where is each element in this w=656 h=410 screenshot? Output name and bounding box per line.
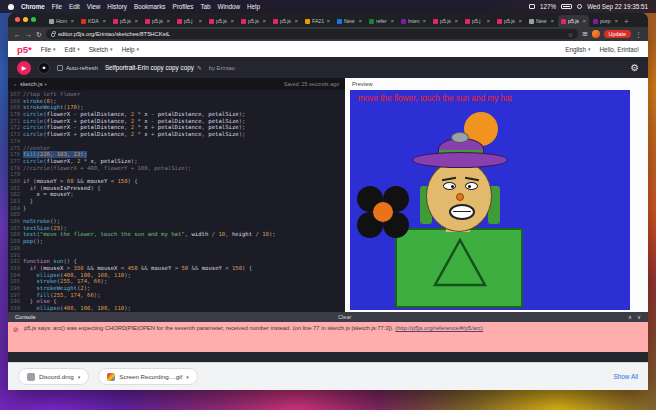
chevron-down-icon[interactable]: ∨ (637, 314, 641, 320)
browser-tab[interactable]: p5.js× (142, 15, 173, 27)
tab-close-icon[interactable]: × (262, 18, 266, 24)
code-line[interactable]: 176fill(226, 103, 23); (8, 151, 345, 158)
menu-edit[interactable]: Edit ▾ (64, 46, 79, 53)
code-line[interactable]: 173circle(flowerX + petalDistance, 2 * x… (8, 131, 345, 138)
tab-close-icon[interactable]: × (518, 18, 522, 24)
code-line[interactable]: 194 ellipse(400, 100, 100, 110); (8, 272, 345, 279)
code-line[interactable]: 180if (mouseY > 60 && mouseY < 150) { (8, 178, 345, 185)
error-reference-link[interactable]: (http://p5js.org/reference/#/p5/arc) (395, 325, 483, 331)
code-line[interactable]: 183 } (8, 198, 345, 205)
browser-tab[interactable]: p5.js× (558, 15, 589, 27)
new-tab-button[interactable]: + (624, 17, 629, 26)
close-window-button[interactable] (15, 17, 20, 22)
code-line[interactable]: 188text("move the flower, touch the sun … (8, 231, 345, 238)
back-icon[interactable]: ← (14, 31, 21, 38)
code-line[interactable]: 172circle(flowerX - petalDistance, 2 * x… (8, 124, 345, 131)
sketch-canvas[interactable]: move the flower, touch the sun and my ha… (350, 90, 630, 310)
browser-tab[interactable]: p5.js× (206, 15, 237, 27)
chevron-down-icon[interactable]: ▾ (186, 374, 189, 380)
menubar-item-file[interactable]: File (52, 3, 62, 10)
tab-close-icon[interactable]: × (102, 18, 106, 24)
bookmark-star-icon[interactable]: ☆ (568, 31, 573, 38)
browser-tab[interactable]: p5.js× (110, 15, 141, 27)
file-tab-sketchjs[interactable]: sketch.js ▾ (20, 81, 47, 87)
download-item-discord[interactable]: Discord.dmg ▾ (18, 368, 89, 385)
tab-close-icon[interactable]: × (550, 18, 554, 24)
console-clear-button[interactable]: Clear (338, 314, 351, 320)
browser-tab[interactable]: p5.j× (462, 15, 493, 27)
tab-close-icon[interactable]: × (390, 18, 394, 24)
code-line[interactable]: 193 if (mouseX > 350 && mouseX < 450 && … (8, 265, 345, 272)
browser-tab[interactable]: p5.js× (494, 15, 525, 27)
sidebar-collapse-icon[interactable]: › (14, 81, 16, 87)
code-line[interactable]: 169strokeWeight(170); (8, 104, 345, 111)
browser-tab[interactable]: p5.js× (430, 15, 461, 27)
tab-close-icon[interactable]: × (134, 18, 138, 24)
p5-logo[interactable]: p5* (17, 44, 32, 55)
menu-sketch[interactable]: Sketch ▾ (89, 46, 113, 53)
code-line[interactable]: 187textSize(25); (8, 225, 345, 232)
tab-close-icon[interactable]: × (454, 18, 458, 24)
extensions-icon[interactable]: ⊞ (582, 30, 587, 38)
menubar-item-view[interactable]: View (87, 3, 101, 10)
menubar-item-profiles[interactable]: Profiles (172, 3, 193, 10)
tab-close-icon[interactable]: × (614, 18, 618, 24)
browser-menu-icon[interactable]: ⋮ (635, 31, 642, 38)
stop-button[interactable]: ■ (38, 62, 50, 74)
play-button[interactable]: ▶ (17, 61, 31, 75)
menu-file[interactable]: File ▾ (41, 46, 56, 53)
code-line[interactable]: 167//top left flower (8, 91, 345, 98)
menubar-item-history[interactable]: History (107, 3, 127, 10)
code-line[interactable]: 177circle(flowerX, 2 * x, petalSize); (8, 158, 345, 165)
code-line[interactable]: 178//circle(flowerX + 400, flowerY + 100… (8, 165, 345, 172)
chevron-down-icon[interactable]: ▾ (78, 374, 81, 380)
browser-tab[interactable]: refer× (366, 15, 397, 27)
code-line[interactable]: 190 (8, 245, 345, 252)
chrome-update-button[interactable]: Update (604, 30, 631, 38)
code-line[interactable]: 181 if (mouseIsPressed) { (8, 185, 345, 192)
browser-tab[interactable]: Inten× (398, 15, 429, 27)
tab-close-icon[interactable]: × (294, 18, 298, 24)
download-item-screenrecording[interactable]: Screen Recording....gif ▾ (98, 368, 197, 385)
code-line[interactable]: 192function sun() { (8, 258, 345, 265)
minimize-window-button[interactable] (23, 17, 28, 22)
menubar-item-chrome[interactable]: Chrome (21, 3, 45, 10)
profile-avatar[interactable] (592, 30, 600, 38)
reload-icon[interactable]: ↻ (36, 31, 42, 38)
battery-icon[interactable] (561, 4, 572, 9)
show-all-downloads-button[interactable]: Show All (613, 373, 638, 380)
code-line[interactable]: 182 x = mouseY; (8, 191, 345, 198)
tab-close-icon[interactable]: × (198, 18, 202, 24)
menubar-clock[interactable]: Wed Sep 22 19:35:51 (587, 3, 648, 10)
browser-tab[interactable]: p5.js× (238, 15, 269, 27)
menubar-item-window[interactable]: Window (218, 3, 240, 10)
code-editor[interactable]: 167//top left flower168stroke(0);169stro… (8, 90, 345, 312)
browser-tab[interactable]: purp× (590, 15, 621, 27)
tab-close-icon[interactable]: × (230, 18, 234, 24)
code-line[interactable]: 168stroke(0); (8, 98, 345, 105)
code-line[interactable]: 198 } else { (8, 298, 345, 305)
browser-tab[interactable]: KDA× (78, 15, 109, 27)
code-line[interactable]: 186noStroke(); (8, 218, 345, 225)
tab-close-icon[interactable]: × (166, 18, 170, 24)
forward-icon[interactable]: → (25, 31, 32, 38)
code-line[interactable]: 185 (8, 211, 345, 218)
tab-close-icon[interactable]: × (358, 18, 362, 24)
code-line[interactable]: 195 stroke(255, 174, 66); (8, 278, 345, 285)
control-center-icon[interactable] (577, 4, 582, 9)
code-line[interactable]: 191 (8, 252, 345, 259)
browser-tab[interactable]: p5.j× (174, 15, 205, 27)
code-line[interactable]: 189pop(); (8, 238, 345, 245)
zoom-window-button[interactable] (31, 17, 36, 22)
browser-tab[interactable]: Hom× (46, 15, 77, 27)
code-line[interactable]: 184} (8, 205, 345, 212)
menubar-item-bookmarks[interactable]: Bookmarks (134, 3, 166, 10)
chevron-up-icon[interactable]: ∧ (628, 314, 632, 320)
language-selector[interactable]: English ▾ (565, 46, 590, 53)
apple-menu-icon[interactable] (8, 4, 14, 10)
user-greeting[interactable]: Hello, Erintao! (599, 46, 639, 53)
tab-close-icon[interactable]: × (70, 18, 74, 24)
tab-close-icon[interactable]: × (326, 18, 330, 24)
browser-tab[interactable]: New× (334, 15, 365, 27)
menubar-item-tab[interactable]: Tab (200, 3, 210, 10)
